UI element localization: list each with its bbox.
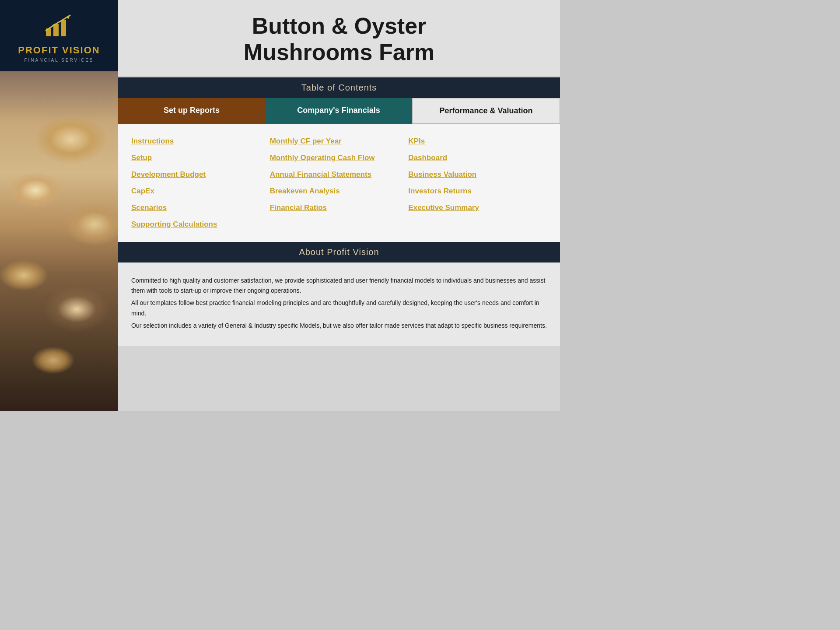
about-section: About Profit Vision Committed to high qu… bbox=[118, 242, 560, 346]
link-breakeven[interactable]: Breakeven Analysis bbox=[270, 187, 409, 196]
link-supporting-calcs[interactable]: Supporting Calculations bbox=[131, 220, 270, 229]
link-dev-budget[interactable]: Development Budget bbox=[131, 170, 270, 179]
link-executive-summary[interactable]: Executive Summary bbox=[408, 203, 547, 212]
tab-financials[interactable]: Company's Financials bbox=[265, 98, 412, 124]
about-para-1: Committed to high quality and customer s… bbox=[131, 276, 547, 297]
main-content: Button & Oyster Mushrooms Farm Table of … bbox=[118, 0, 560, 411]
toc-header: Table of Contents bbox=[118, 77, 560, 98]
about-para-3: Our selection includes a variety of Gene… bbox=[131, 321, 547, 331]
toc-col-3: KPIs Dashboard Business Valuation Invest… bbox=[408, 137, 547, 229]
link-investors-returns[interactable]: Investors Returns bbox=[408, 187, 547, 196]
link-capex[interactable]: CapEx bbox=[131, 187, 270, 196]
link-scenarios[interactable]: Scenarios bbox=[131, 203, 270, 212]
about-text: Committed to high quality and customer s… bbox=[131, 276, 547, 331]
sidebar-mushroom-image bbox=[0, 71, 118, 411]
link-monthly-cf-year[interactable]: Monthly CF per Year bbox=[270, 137, 409, 146]
page-title: Button & Oyster Mushrooms Farm bbox=[127, 13, 551, 66]
title-line2: Mushrooms Farm bbox=[244, 39, 434, 65]
link-annual-fin-statements[interactable]: Annual Financial Statements bbox=[270, 170, 409, 179]
sidebar: PROFIT VISION FINANCIAL SERVICES bbox=[0, 0, 118, 411]
title-line1: Button & Oyster bbox=[252, 13, 427, 38]
link-monthly-op-cf[interactable]: Monthly Operating Cash Flow bbox=[270, 154, 409, 162]
brand-sub: FINANCIAL SERVICES bbox=[24, 58, 94, 63]
toc-tabs: Set up Reports Company's Financials Perf… bbox=[118, 98, 560, 124]
link-dashboard[interactable]: Dashboard bbox=[408, 154, 547, 162]
toc-col-2: Monthly CF per Year Monthly Operating Ca… bbox=[270, 137, 409, 229]
logo-area: PROFIT VISION FINANCIAL SERVICES bbox=[0, 0, 118, 71]
toc-section: Table of Contents Set up Reports Company… bbox=[118, 77, 560, 242]
toc-links-area: Instructions Setup Development Budget Ca… bbox=[118, 124, 560, 242]
link-setup[interactable]: Setup bbox=[131, 154, 270, 162]
brand-name: PROFIT VISION bbox=[18, 45, 100, 56]
link-financial-ratios[interactable]: Financial Ratios bbox=[270, 203, 409, 212]
toc-col-1: Instructions Setup Development Budget Ca… bbox=[131, 137, 270, 229]
about-para-2: All our templates follow best practice f… bbox=[131, 298, 547, 319]
link-kpis[interactable]: KPIs bbox=[408, 137, 547, 146]
link-instructions[interactable]: Instructions bbox=[131, 137, 270, 146]
page-header: Button & Oyster Mushrooms Farm bbox=[118, 0, 560, 77]
link-business-valuation[interactable]: Business Valuation bbox=[408, 170, 547, 179]
tab-performance[interactable]: Performance & Valuation bbox=[412, 98, 560, 124]
svg-rect-2 bbox=[61, 20, 66, 36]
logo-icon bbox=[44, 13, 74, 39]
about-content: Committed to high quality and customer s… bbox=[118, 262, 560, 346]
tab-setup[interactable]: Set up Reports bbox=[118, 98, 265, 124]
svg-rect-1 bbox=[53, 24, 59, 36]
about-header: About Profit Vision bbox=[118, 242, 560, 262]
